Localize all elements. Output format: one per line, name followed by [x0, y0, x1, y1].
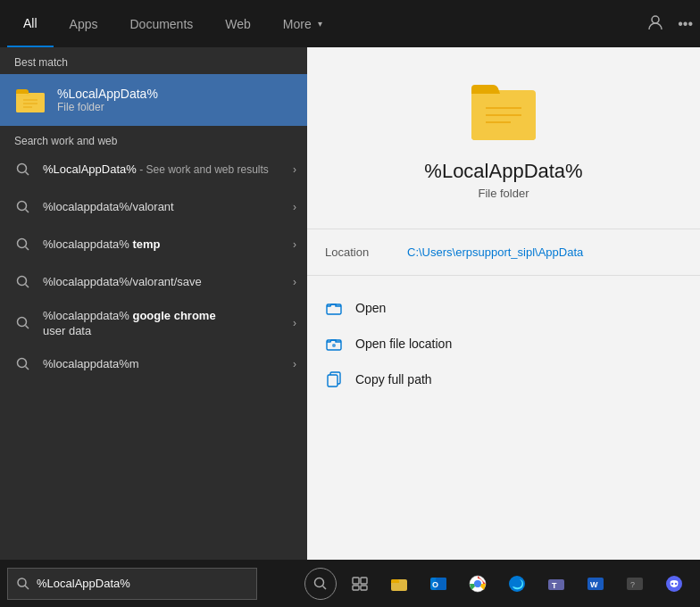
svg-line-9: [26, 172, 29, 176]
chevron-right-icon: ›: [293, 358, 296, 370]
teams-icon[interactable]: T: [538, 565, 575, 603]
folder-location-icon: [325, 335, 343, 353]
action-list: Open Open file location: [307, 283, 700, 404]
best-match-label: Best match: [0, 47, 307, 74]
svg-rect-36: [353, 586, 359, 590]
nav-right: •••: [647, 14, 693, 34]
svg-rect-29: [328, 375, 338, 387]
location-link[interactable]: C:\Users\erpsupport_sipl\AppData: [407, 245, 583, 259]
chevron-down-icon: ▾: [318, 19, 322, 29]
list-item[interactable]: %localappdata%/valorant/save ›: [0, 263, 307, 301]
search-result-text: %localappdata%/valorant/save: [43, 275, 293, 290]
tab-all[interactable]: All: [7, 0, 54, 47]
chrome-icon[interactable]: [459, 565, 496, 603]
best-match-item[interactable]: %LocalAppData% File folder: [0, 74, 307, 126]
svg-point-8: [18, 164, 27, 173]
search-icon: [14, 198, 32, 216]
outlook-icon[interactable]: O: [420, 565, 457, 603]
user-icon[interactable]: [647, 14, 663, 34]
svg-point-14: [18, 277, 27, 286]
search-result-text: %localappdata% temp: [43, 237, 293, 253]
svg-point-16: [18, 318, 27, 327]
list-item[interactable]: %LocalAppData% - See work and web result…: [0, 151, 307, 188]
copy-full-path-label: Copy full path: [355, 372, 432, 387]
search-icon: [14, 161, 32, 179]
word-icon[interactable]: W: [577, 565, 614, 603]
best-match-title: %LocalAppData%: [57, 87, 158, 101]
main-area: Best match %LocalAppData% File folder: [0, 47, 700, 560]
search-icon: [14, 236, 32, 254]
search-icon: [14, 355, 32, 373]
svg-line-17: [26, 326, 29, 329]
edge-icon[interactable]: [498, 565, 536, 603]
svg-rect-34: [353, 578, 359, 584]
list-item[interactable]: %localappdata%m ›: [0, 345, 307, 383]
svg-line-11: [26, 210, 29, 213]
taskbar-search-input[interactable]: [37, 577, 247, 590]
app-icon-unknown[interactable]: ?: [616, 565, 654, 603]
search-section-label: Search work and web: [0, 126, 307, 151]
svg-text:W: W: [590, 580, 598, 589]
folder-icon: [14, 84, 46, 116]
svg-point-53: [671, 582, 673, 584]
task-view-icon[interactable]: [341, 565, 379, 603]
open-action[interactable]: Open: [307, 290, 700, 326]
search-result-text: %LocalAppData% - See work and web result…: [43, 162, 293, 178]
open-label: Open: [355, 301, 386, 315]
tab-documents[interactable]: Documents: [113, 0, 209, 47]
divider-2: [307, 275, 700, 276]
nav-tabs: All Apps Documents Web More ▾: [7, 0, 338, 47]
best-match-text: %LocalAppData% File folder: [57, 87, 158, 113]
location-label: Location: [325, 245, 396, 259]
search-icon: [14, 273, 32, 291]
preview-subtitle: File folder: [478, 187, 529, 200]
svg-point-0: [652, 16, 659, 23]
chevron-right-icon: ›: [293, 276, 296, 288]
taskbar-search-icon: [17, 578, 29, 590]
svg-line-19: [26, 367, 29, 370]
svg-line-15: [26, 285, 29, 288]
ellipsis-icon[interactable]: •••: [678, 16, 693, 32]
divider: [307, 229, 700, 229]
chevron-right-icon: ›: [293, 201, 296, 213]
search-result-text: %localappdata%/valorant: [43, 200, 293, 215]
preview-folder-icon: [468, 74, 539, 146]
svg-text:T: T: [552, 581, 557, 590]
cortana-icon[interactable]: [302, 565, 339, 603]
svg-point-54: [675, 582, 677, 584]
copy-full-path-action[interactable]: Copy full path: [307, 362, 700, 397]
best-match-subtitle: File folder: [57, 101, 158, 113]
location-row: Location C:\Users\erpsupport_sipl\AppDat…: [307, 237, 700, 268]
svg-point-32: [315, 578, 324, 586]
chevron-right-icon: ›: [293, 317, 296, 329]
svg-rect-35: [361, 578, 367, 584]
discord-icon[interactable]: [655, 565, 693, 603]
svg-rect-37: [361, 586, 367, 590]
svg-text:?: ?: [630, 580, 635, 589]
taskbar: O T: [0, 560, 700, 607]
list-item[interactable]: %localappdata% google chrome user data ›: [0, 301, 307, 345]
taskbar-icons: O T: [302, 565, 700, 603]
tab-more[interactable]: More ▾: [267, 0, 338, 47]
svg-point-30: [18, 578, 26, 586]
svg-line-33: [323, 586, 327, 589]
svg-point-27: [332, 344, 336, 347]
svg-point-12: [18, 239, 27, 248]
left-panel: Best match %LocalAppData% File folder: [0, 47, 307, 560]
preview-title: %LocalAppData%: [424, 160, 582, 183]
tab-apps[interactable]: Apps: [54, 0, 114, 47]
svg-point-10: [18, 202, 27, 211]
open-file-location-label: Open file location: [355, 337, 452, 351]
chevron-right-icon: ›: [293, 163, 296, 176]
svg-line-13: [26, 247, 29, 251]
taskbar-search-box[interactable]: [7, 568, 257, 600]
tab-web[interactable]: Web: [209, 0, 267, 47]
open-file-location-action[interactable]: Open file location: [307, 326, 700, 362]
top-nav: All Apps Documents Web More ▾ •••: [0, 0, 700, 47]
file-explorer-icon[interactable]: [380, 565, 418, 603]
list-item[interactable]: %localappdata%/valorant ›: [0, 188, 307, 226]
svg-point-18: [18, 359, 27, 368]
list-item[interactable]: %localappdata% temp ›: [0, 226, 307, 263]
folder-open-icon: [325, 299, 343, 317]
search-result-text: %localappdata% google chrome user data: [43, 308, 293, 338]
